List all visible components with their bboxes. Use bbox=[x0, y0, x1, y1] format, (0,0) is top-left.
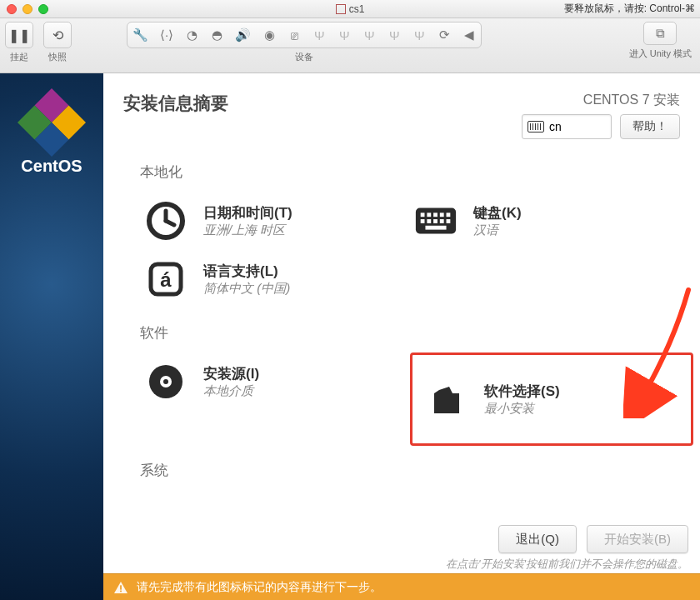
sound-icon[interactable]: 🔊 bbox=[235, 28, 251, 42]
layout-code: cn bbox=[549, 120, 562, 133]
svg-rect-24 bbox=[120, 590, 122, 592]
network-icon[interactable]: ⟨·⟩ bbox=[160, 28, 173, 42]
devices-label: 设备 bbox=[295, 51, 313, 63]
warning-icon bbox=[113, 581, 128, 594]
cdrom-icon[interactable]: ◓ bbox=[210, 28, 223, 42]
snapshot-label: 快照 bbox=[48, 51, 67, 63]
pause-icon: ❚❚ bbox=[8, 28, 30, 43]
suspend-button[interactable]: ❚❚ 挂起 bbox=[5, 22, 33, 63]
spoke-install-destination[interactable]: 安装位置(D) bbox=[140, 490, 398, 502]
svg-rect-6 bbox=[421, 212, 425, 217]
close-icon[interactable] bbox=[7, 4, 17, 14]
mac-titlebar: cs1 要释放鼠标，请按: Control-⌘ bbox=[0, 0, 700, 18]
svg-line-2 bbox=[166, 221, 174, 225]
language-icon: á bbox=[143, 257, 188, 302]
usb-icon[interactable]: Ψ bbox=[362, 28, 376, 42]
spoke-language[interactable]: á 语言支持(L) 简体中文 (中国) bbox=[140, 250, 398, 308]
spoke-status: 本地介质 bbox=[203, 383, 259, 399]
mouse-release-hint: 要释放鼠标，请按: Control-⌘ bbox=[564, 2, 695, 16]
vm-toolbar: ❚❚ 挂起 ⟲ 快照 🔧 ⟨·⟩ ◔ ◓ 🔊 ◉ ⎚ Ψ Ψ Ψ Ψ Ψ ⟳ ◀… bbox=[0, 18, 700, 73]
svg-rect-15 bbox=[447, 219, 451, 223]
clock-icon bbox=[143, 198, 188, 243]
snapshot-button[interactable]: ⟲ 快照 bbox=[43, 22, 72, 63]
keyboard-icon bbox=[528, 121, 544, 132]
device-cluster[interactable]: 🔧 ⟨·⟩ ◔ ◓ 🔊 ◉ ⎚ Ψ Ψ Ψ Ψ Ψ ⟳ ◀ bbox=[127, 22, 482, 48]
minimize-icon[interactable] bbox=[22, 4, 32, 14]
spoke-kdump[interactable]: KDUMP bbox=[410, 490, 668, 502]
keyboard-big-icon bbox=[413, 198, 458, 243]
warning-text: 请先完成带有此图标标记的内容再进行下一步。 bbox=[137, 580, 382, 595]
vm-icon bbox=[336, 4, 346, 14]
kdump-icon bbox=[413, 497, 458, 502]
page-title: 安装信息摘要 bbox=[123, 92, 228, 115]
zoom-icon[interactable] bbox=[38, 4, 48, 14]
keyboard-layout-selector[interactable]: cn bbox=[522, 114, 612, 139]
svg-rect-14 bbox=[440, 219, 444, 223]
window-title-text: cs1 bbox=[349, 3, 365, 15]
brand-text: CentOS bbox=[21, 157, 82, 176]
usb-icon[interactable]: Ψ bbox=[412, 28, 426, 42]
spoke-title: 安装源(I) bbox=[203, 364, 259, 383]
section-system: 系统 bbox=[140, 461, 680, 480]
section-localization: 本地化 bbox=[140, 162, 680, 182]
unity-button[interactable]: ⧉ 进入 Unity 模式 bbox=[629, 22, 692, 60]
suspend-label: 挂起 bbox=[10, 51, 28, 63]
unity-label: 进入 Unity 模式 bbox=[629, 48, 692, 60]
installer-sidebar: CentOS bbox=[0, 73, 103, 600]
spoke-install-source[interactable]: 安装源(I) 本地介质 bbox=[140, 352, 398, 411]
spoke-title: 键盘(K) bbox=[473, 203, 522, 222]
disc-icon bbox=[143, 359, 188, 404]
svg-rect-11 bbox=[421, 219, 425, 223]
section-software: 软件 bbox=[140, 323, 680, 342]
spoke-datetime[interactable]: 日期和时间(T) 亚洲/上海 时区 bbox=[140, 192, 398, 250]
svg-rect-23 bbox=[120, 585, 122, 589]
chevron-left-icon[interactable]: ◀ bbox=[462, 28, 476, 42]
clock-arrow-icon: ⟲ bbox=[52, 28, 63, 43]
spoke-title: 软件选择(S) bbox=[484, 382, 560, 401]
camera-icon[interactable]: ◉ bbox=[262, 28, 276, 42]
quit-button[interactable]: 退出(Q) bbox=[498, 525, 577, 553]
svg-point-19 bbox=[163, 379, 168, 384]
package-icon bbox=[424, 377, 469, 422]
usb-icon[interactable]: Ψ bbox=[388, 28, 401, 42]
usb-icon[interactable]: Ψ bbox=[312, 28, 326, 42]
product-title: CENTOS 7 安装 bbox=[522, 92, 680, 109]
begin-install-button[interactable]: 开始安装(B) bbox=[587, 525, 688, 553]
unity-icon: ⧉ bbox=[656, 26, 665, 41]
installer-pane: 安装信息摘要 CENTOS 7 安装 cn 帮助！ 本地化 bbox=[103, 73, 700, 600]
window-controls bbox=[0, 4, 48, 14]
svg-rect-16 bbox=[425, 226, 446, 230]
disk-hint: 在点击'开始安装'按钮前我们并不会操作您的磁盘。 bbox=[446, 557, 688, 572]
wrench-icon[interactable]: 🔧 bbox=[132, 28, 148, 42]
spoke-title: 日期和时间(T) bbox=[203, 203, 292, 222]
svg-rect-10 bbox=[447, 212, 451, 217]
harddisk-icon[interactable]: ◔ bbox=[185, 28, 198, 42]
refresh-icon[interactable]: ⟳ bbox=[438, 28, 451, 42]
svg-text:á: á bbox=[160, 268, 172, 291]
printer-icon[interactable]: ⎚ bbox=[288, 28, 301, 42]
svg-rect-7 bbox=[427, 212, 431, 217]
spoke-status: 亚洲/上海 时区 bbox=[203, 222, 292, 238]
svg-rect-13 bbox=[433, 219, 438, 223]
spoke-status: 简体中文 (中国) bbox=[203, 281, 290, 297]
svg-rect-9 bbox=[440, 212, 444, 217]
spoke-status: 汉语 bbox=[473, 222, 522, 238]
spoke-title: 语言支持(L) bbox=[203, 262, 290, 281]
spoke-software-selection[interactable]: 软件选择(S) 最小安装 bbox=[410, 352, 693, 446]
harddrive-icon bbox=[143, 497, 188, 502]
spoke-keyboard[interactable]: 键盘(K) 汉语 bbox=[410, 192, 668, 250]
help-button[interactable]: 帮助！ bbox=[620, 114, 680, 139]
warning-bar: 请先完成带有此图标标记的内容再进行下一步。 bbox=[103, 573, 700, 600]
usb-icon[interactable]: Ψ bbox=[338, 28, 351, 42]
svg-rect-8 bbox=[433, 212, 438, 217]
svg-rect-12 bbox=[427, 219, 431, 223]
spoke-status: 最小安装 bbox=[484, 401, 560, 417]
centos-logo-icon bbox=[18, 88, 86, 157]
